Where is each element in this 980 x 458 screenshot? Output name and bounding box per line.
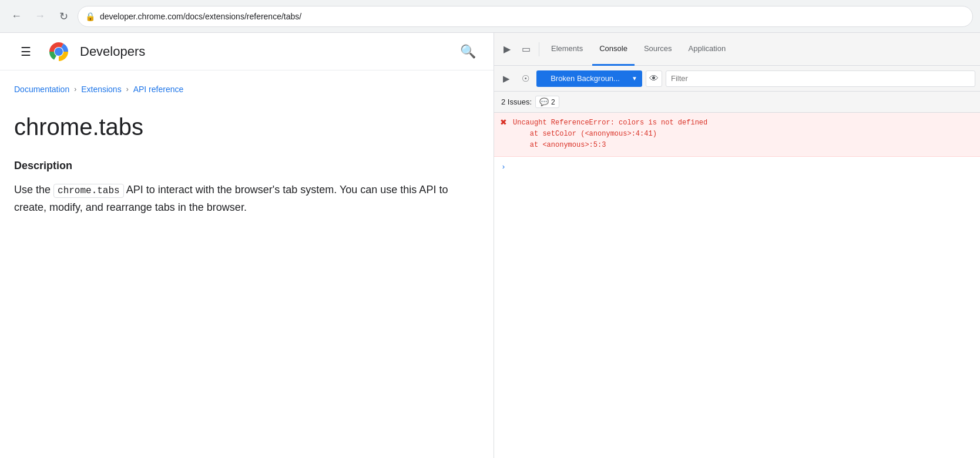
context-selector[interactable]: Broken Backgroun... ▼ <box>536 70 642 87</box>
error-entry: ✖ Uncaught ReferenceError: colors is not… <box>494 113 980 157</box>
reload-button[interactable]: ↻ <box>54 7 73 26</box>
page-title: chrome.tabs <box>14 113 479 141</box>
inspect-icon: ▶ <box>504 43 511 55</box>
breadcrumb-documentation[interactable]: Documentation <box>14 85 69 94</box>
url-text: developer.chrome.com/docs/extensions/ref… <box>100 12 301 21</box>
hamburger-icon: ☰ <box>21 45 31 59</box>
back-button[interactable]: ← <box>7 7 26 26</box>
svg-point-2 <box>55 48 63 56</box>
devtools-panel: ▶ ▭ Elements Console Sources Application… <box>494 33 980 458</box>
site-header: ☰ <box>0 33 494 70</box>
breadcrumb-sep-2: › <box>126 85 129 93</box>
lock-icon: 🔒 <box>85 12 95 21</box>
site-title: Developers <box>80 44 145 59</box>
description-text-before: Use the <box>14 184 53 196</box>
eye-icon: 👁 <box>649 73 659 84</box>
devtools-toolbar: ▶ ▭ Elements Console Sources Application <box>494 33 980 66</box>
device-icon: ▭ <box>522 43 531 55</box>
browser-toolbar: ← → ↻ 🔒 developer.chrome.com/docs/extens… <box>0 0 980 33</box>
error-icon: ✖ <box>500 117 507 127</box>
breadcrumb-api-reference[interactable]: API reference <box>133 85 184 94</box>
console-prompt: › <box>494 157 980 178</box>
stop-button[interactable]: ☉ <box>518 71 533 86</box>
tab-elements[interactable]: Elements <box>544 33 590 66</box>
page-title-section: chrome.tabs <box>0 103 494 160</box>
prompt-chevron-icon[interactable]: › <box>501 161 506 173</box>
forward-button[interactable]: → <box>31 7 49 26</box>
issues-bar: 2 Issues: 💬 2 <box>494 92 980 113</box>
tab-console[interactable]: Console <box>592 33 635 66</box>
tab-application[interactable]: Application <box>682 33 733 66</box>
context-selector-text: Broken Backgroun... <box>541 74 629 83</box>
issues-label: 2 Issues: <box>501 97 532 106</box>
main-area: ☰ <box>0 33 980 458</box>
search-button[interactable]: 🔍 <box>456 40 479 63</box>
issues-badge[interactable]: 💬 2 <box>535 96 559 108</box>
clear-console-button[interactable]: ▶ <box>499 71 514 86</box>
error-text: Uncaught ReferenceError: colors is not d… <box>513 117 973 151</box>
inspect-button[interactable]: ▶ <box>499 41 515 58</box>
address-bar[interactable]: 🔒 developer.chrome.com/docs/extensions/r… <box>78 6 973 27</box>
device-toolbar-button[interactable]: ▭ <box>518 41 534 58</box>
stop-icon: ☉ <box>522 73 529 84</box>
page-content: ☰ <box>0 33 494 458</box>
devtools-toolbar2: ▶ ☉ Broken Backgroun... ▼ 👁 <box>494 66 980 92</box>
breadcrumb: Documentation › Extensions › API referen… <box>0 70 494 103</box>
description-label: Description <box>14 160 479 172</box>
context-selector-arrow-icon: ▼ <box>632 75 637 82</box>
chrome-tabs-code: chrome.tabs <box>53 184 124 198</box>
breadcrumb-extensions[interactable]: Extensions <box>81 85 121 94</box>
description-text: Use the chrome.tabs API to interact with… <box>14 181 479 215</box>
watch-button[interactable]: 👁 <box>646 70 662 87</box>
issues-count: 2 <box>551 98 555 106</box>
search-icon: 🔍 <box>460 44 476 59</box>
issues-chat-icon: 💬 <box>539 97 549 106</box>
tab-sources[interactable]: Sources <box>637 33 679 66</box>
clear-icon: ▶ <box>503 73 510 84</box>
breadcrumb-sep-1: › <box>74 85 76 93</box>
hamburger-button[interactable]: ☰ <box>14 40 38 63</box>
toolbar-separator <box>539 42 539 56</box>
description-section: Description Use the chrome.tabs API to i… <box>0 160 494 215</box>
console-output: ✖ Uncaught ReferenceError: colors is not… <box>494 113 980 458</box>
chrome-logo <box>47 40 71 63</box>
filter-input[interactable] <box>666 70 975 87</box>
